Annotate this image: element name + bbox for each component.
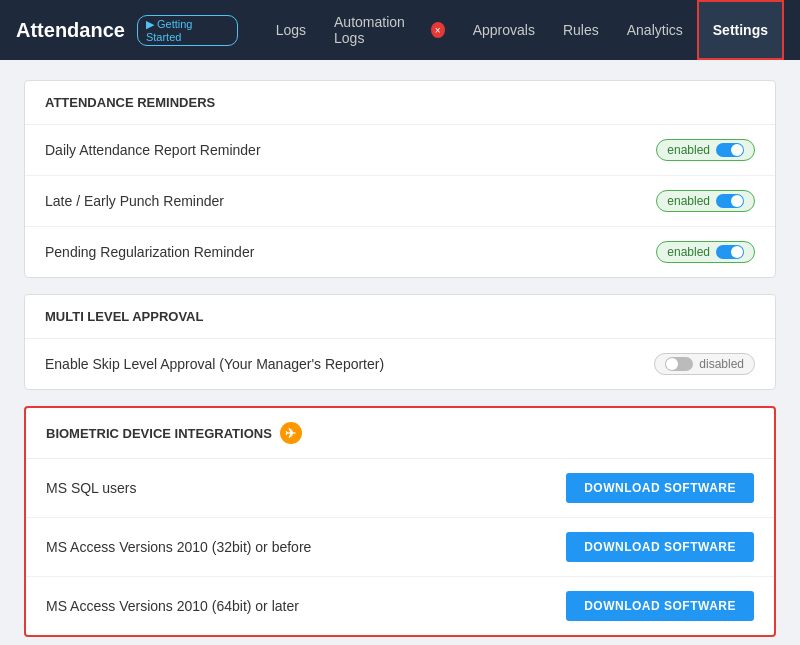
late-early-row: Late / Early Punch Reminder enabled (25, 176, 775, 227)
daily-report-row: Daily Attendance Report Reminder enabled (25, 125, 775, 176)
getting-started-badge[interactable]: ▶ Getting Started (137, 15, 238, 46)
msaccess-32bit-download-button[interactable]: DOWNLOAD SOFTWARE (566, 532, 754, 562)
tab-analytics[interactable]: Analytics (613, 0, 697, 60)
msaccess-32bit-label: MS Access Versions 2010 (32bit) or befor… (46, 539, 311, 555)
skip-level-status: disabled (699, 357, 744, 371)
nav-tabs: Logs Automation Logs × Approvals Rules A… (262, 0, 784, 60)
late-early-knob (716, 194, 744, 208)
skip-level-toggle[interactable]: disabled (654, 353, 755, 375)
tab-settings[interactable]: Settings (697, 0, 784, 60)
msaccess-64bit-download-button[interactable]: DOWNLOAD SOFTWARE (566, 591, 754, 621)
daily-report-knob (716, 143, 744, 157)
automation-logs-close[interactable]: × (431, 22, 445, 38)
multi-level-header: MULTI LEVEL APPROVAL (25, 295, 775, 339)
top-navigation: Attendance ▶ Getting Started Logs Automa… (0, 0, 800, 60)
attendance-reminders-title: ATTENDANCE REMINDERS (45, 95, 215, 110)
pending-reg-row: Pending Regularization Reminder enabled (25, 227, 775, 277)
skip-level-row: Enable Skip Level Approval (Your Manager… (25, 339, 775, 389)
skip-level-label: Enable Skip Level Approval (Your Manager… (45, 356, 384, 372)
tab-automation-logs[interactable]: Automation Logs × (320, 0, 459, 60)
tab-logs[interactable]: Logs (262, 0, 320, 60)
multi-level-approval-card: MULTI LEVEL APPROVAL Enable Skip Level A… (24, 294, 776, 390)
late-early-label: Late / Early Punch Reminder (45, 193, 224, 209)
daily-report-label: Daily Attendance Report Reminder (45, 142, 261, 158)
mssql-download-button[interactable]: DOWNLOAD SOFTWARE (566, 473, 754, 503)
msaccess-64bit-label: MS Access Versions 2010 (64bit) or later (46, 598, 299, 614)
pending-reg-knob (716, 245, 744, 259)
late-early-status: enabled (667, 194, 710, 208)
pending-reg-status: enabled (667, 245, 710, 259)
biometric-header: BIOMETRIC DEVICE INTEGRATIONS ✈ (26, 408, 774, 459)
daily-report-toggle[interactable]: enabled (656, 139, 755, 161)
attendance-reminders-header: ATTENDANCE REMINDERS (25, 81, 775, 125)
daily-report-status: enabled (667, 143, 710, 157)
getting-started-label: ▶ Getting Started (146, 18, 229, 43)
biometric-card: BIOMETRIC DEVICE INTEGRATIONS ✈ MS SQL u… (24, 406, 776, 637)
tab-rules[interactable]: Rules (549, 0, 613, 60)
main-content: ATTENDANCE REMINDERS Daily Attendance Re… (0, 60, 800, 645)
pending-reg-label: Pending Regularization Reminder (45, 244, 254, 260)
biometric-title: BIOMETRIC DEVICE INTEGRATIONS (46, 426, 272, 441)
skip-level-knob (665, 357, 693, 371)
mssql-row: MS SQL users DOWNLOAD SOFTWARE (26, 459, 774, 518)
app-brand: Attendance (16, 19, 125, 42)
biometric-icon: ✈ (280, 422, 302, 444)
tab-approvals[interactable]: Approvals (459, 0, 549, 60)
late-early-toggle[interactable]: enabled (656, 190, 755, 212)
mssql-label: MS SQL users (46, 480, 137, 496)
attendance-reminders-card: ATTENDANCE REMINDERS Daily Attendance Re… (24, 80, 776, 278)
msaccess-64bit-row: MS Access Versions 2010 (64bit) or later… (26, 577, 774, 635)
msaccess-32bit-row: MS Access Versions 2010 (32bit) or befor… (26, 518, 774, 577)
pending-reg-toggle[interactable]: enabled (656, 241, 755, 263)
multi-level-title: MULTI LEVEL APPROVAL (45, 309, 203, 324)
